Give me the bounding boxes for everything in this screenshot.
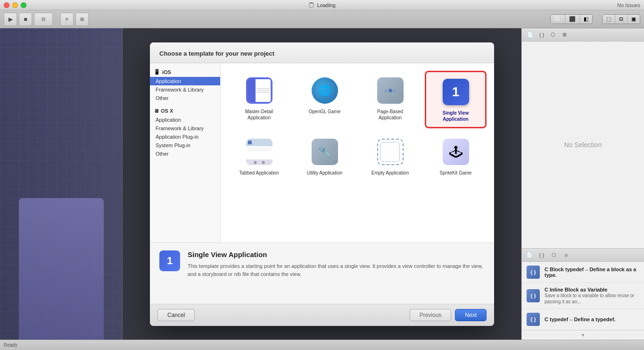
tab-bar: ⊙ ⊙	[246, 159, 272, 165]
template-tabbed-label: Tabbed Application	[239, 170, 279, 176]
version-editor-btn[interactable]: ◧	[580, 15, 592, 24]
desc-icon: 1	[159, 250, 180, 271]
description-panel: 1 Single View Application This template …	[150, 242, 494, 304]
loading-spinner	[308, 2, 314, 8]
spritekit-graphic: 🕹	[443, 139, 469, 165]
template-singleview-label: Single ViewApplication	[443, 110, 469, 122]
snippet-3-title: C typedef – Define a typedef.	[545, 317, 639, 322]
utilities-view-btn[interactable]: ▣	[627, 15, 640, 24]
nav-item-ios-application[interactable]: Application	[150, 77, 220, 85]
rpanel-obj-btn[interactable]: ⬡	[548, 30, 558, 40]
template-opengl-label: OpenGL Game	[309, 108, 340, 115]
view-mode-segment[interactable]: ⬚ ⊟ ▣	[602, 14, 640, 24]
rpb-scroll-area[interactable]: ▼	[522, 330, 644, 340]
previous-button[interactable]: Previous	[410, 309, 452, 321]
rpanel-grid-btn[interactable]: ⊞	[560, 30, 569, 40]
rpanel-code-btn[interactable]: { }	[537, 30, 546, 40]
rpb-list-icon[interactable]: ≡	[561, 250, 571, 260]
nav-item-ios-other[interactable]: Other	[150, 94, 220, 102]
template-grid: Master-DetailApplication 🌐 OpenGL Game	[226, 69, 488, 183]
cancel-button[interactable]: Cancel	[157, 309, 195, 321]
osx-icon: 🖥	[154, 108, 159, 114]
editor-mode-segment[interactable]: ⬜ ⬛ ◧	[550, 14, 593, 24]
snippet-2-icon: { }	[527, 289, 540, 302]
template-singleview[interactable]: 1 Single ViewApplication	[425, 71, 487, 128]
debug-toggle[interactable]: ⊞	[75, 13, 89, 26]
dialog-overlay: Choose a template for your new project 📱…	[123, 28, 521, 340]
scheme-selector[interactable]: ⊟	[34, 13, 53, 26]
minimize-button[interactable]	[12, 2, 18, 8]
template-opengl-icon: 🌐	[310, 75, 340, 106]
navigator-toggle[interactable]: ≡	[60, 13, 74, 26]
snippet-3-dash: –	[570, 317, 574, 322]
snippet-3-name: C typedef	[545, 317, 568, 322]
snippet-3-icon: { }	[527, 313, 540, 326]
toolbar: ▶ ■ ⊟ ≡ ⊞ ⬜ ⬛ ◧ ⬚ ⊟ ▣	[0, 10, 644, 28]
snippet-item-3[interactable]: { } C typedef – Define a typedef.	[522, 309, 644, 330]
snippet-1-text: C Block typedef – Define a block as a ty…	[545, 267, 639, 278]
template-empty-icon	[375, 137, 405, 167]
tab-body	[246, 146, 272, 159]
template-master-detail-label: Master-DetailApplication	[245, 108, 273, 121]
snippet-item-2[interactable]: { } C Inline Block as Variable Save a bl…	[522, 283, 644, 309]
rpanel-file-btn[interactable]: 📄	[526, 30, 535, 40]
tab-line	[248, 148, 271, 149]
nav-item-osx-application[interactable]: Application	[150, 116, 220, 124]
rpb-code-icon-btn[interactable]: { }	[537, 250, 546, 260]
stop-button[interactable]: ■	[19, 13, 32, 26]
nav-item-osx-framework[interactable]: Framework & Library	[150, 124, 220, 133]
rpb-file-icon[interactable]: 📄	[525, 250, 534, 260]
snippet-item-1[interactable]: { } C Block typedef – Define a block as …	[522, 262, 644, 283]
right-panel-bottom: 📄 { } ⬡ ≡ { } C Block typedef – Define a…	[522, 248, 644, 340]
template-master-detail-icon	[244, 75, 274, 106]
md-line	[256, 88, 270, 89]
template-spritekit[interactable]: 🕹 SpriteKit Game	[425, 132, 487, 181]
ios-label: iOS	[162, 69, 171, 75]
window-controls[interactable]	[4, 2, 26, 8]
snippet-1-title: C Block typedef – Define a block as a ty…	[545, 267, 639, 278]
titlebar: Loading No Issues	[0, 0, 644, 10]
singleview-graphic: 1	[443, 79, 469, 105]
rpb-obj-icon[interactable]: ⬡	[549, 250, 559, 260]
nav-item-osx-other[interactable]: Other	[150, 150, 220, 158]
next-button[interactable]: Next	[455, 309, 487, 321]
snippet-3-desc-inline: Define a typedef.	[574, 317, 615, 322]
nav-item-osx-sysplugin[interactable]: System Plug-in	[150, 141, 220, 150]
close-button[interactable]	[4, 2, 9, 8]
template-utility-label: Utility Application	[307, 170, 343, 176]
template-master-detail[interactable]: Master-DetailApplication	[228, 71, 290, 128]
template-empty-label: Empty Application	[372, 170, 409, 176]
ios-device-icon: 📱	[154, 69, 160, 75]
maximize-button[interactable]	[21, 2, 26, 8]
assistant-editor-btn[interactable]: ⬛	[565, 15, 580, 24]
snippet-3-text: C typedef – Define a typedef.	[545, 317, 639, 322]
template-pagebased[interactable]: Page-BasedApplication	[359, 71, 421, 128]
status-text: Ready	[4, 342, 17, 348]
snippet-1-name: C Block typedef	[545, 267, 584, 272]
template-empty[interactable]: Empty Application	[359, 132, 421, 181]
template-opengl[interactable]: 🌐 OpenGL Game	[294, 71, 355, 128]
osx-label: OS X	[161, 108, 173, 114]
dialog-footer: Cancel Previous Next	[150, 304, 494, 326]
debug-view-btn[interactable]: ⊟	[615, 15, 627, 24]
template-tabbed[interactable]: ⊙ ⊙ Tabbed Application	[228, 132, 290, 181]
standard-editor-btn[interactable]: ⬜	[551, 15, 565, 24]
tab-indicator	[248, 141, 252, 144]
pagebased-graphic	[377, 77, 404, 104]
desc-title: Single View Application	[188, 250, 485, 258]
main-layout: Choose a template for your new project 📱…	[0, 28, 644, 340]
right-panel-content: No Selection	[522, 42, 644, 248]
template-utility[interactable]: 🔧 Utility Application	[294, 132, 355, 181]
snippet-2-title: C Inline Block as Variable	[545, 287, 639, 292]
right-panel: 📄 { } ⬡ ⊞ No Selection 📄 { } ⬡ ≡ { } C B…	[521, 28, 644, 340]
template-spritekit-label: SpriteKit Game	[440, 170, 472, 176]
template-tabbed-icon: ⊙ ⊙	[244, 137, 274, 167]
center-area: Choose a template for your new project 📱…	[123, 28, 521, 340]
nav-item-osx-plugin[interactable]: Application Plug-in	[150, 133, 220, 141]
navigator-view-btn[interactable]: ⬚	[603, 15, 615, 24]
empty-graphic	[377, 139, 404, 165]
sidebar-background	[0, 28, 122, 340]
nav-item-ios-framework[interactable]: Framework & Library	[150, 85, 220, 94]
md-sidebar	[248, 79, 256, 102]
run-button[interactable]: ▶	[4, 13, 17, 26]
